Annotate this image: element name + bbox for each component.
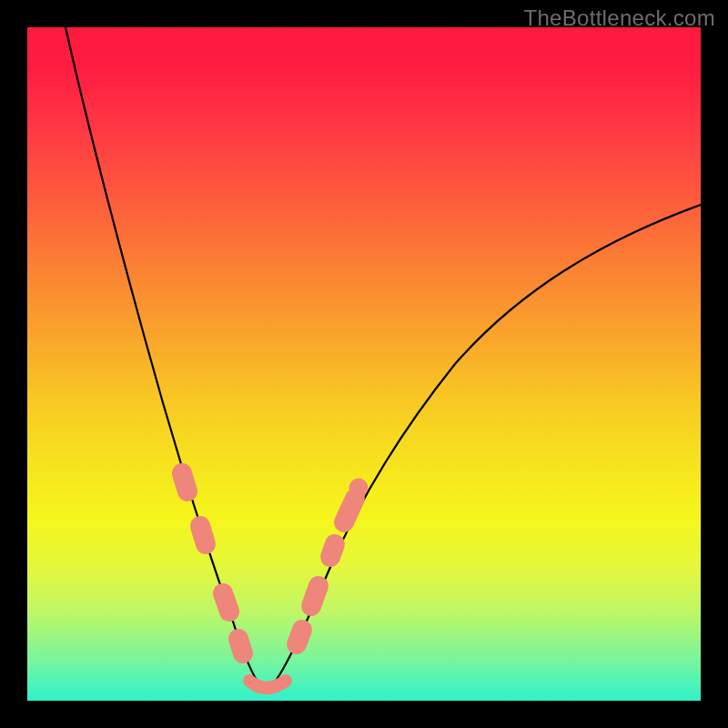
- bead: [200, 526, 206, 544]
- watermark-text: TheBottleneck.com: [523, 5, 715, 31]
- bead: [349, 479, 368, 497]
- plot-area: [27, 27, 701, 701]
- bead: [344, 499, 355, 522]
- notch-right-limb: [266, 205, 701, 692]
- beads-bottom: [249, 681, 286, 688]
- bead: [330, 544, 335, 557]
- bead: [311, 586, 318, 606]
- notch-left-limb: [66, 27, 266, 692]
- bead: [238, 639, 243, 653]
- chart-stage: TheBottleneck.com: [0, 0, 728, 728]
- bead: [182, 473, 187, 491]
- bead: [223, 593, 229, 612]
- bead: [297, 630, 302, 644]
- curves-svg: [27, 27, 701, 701]
